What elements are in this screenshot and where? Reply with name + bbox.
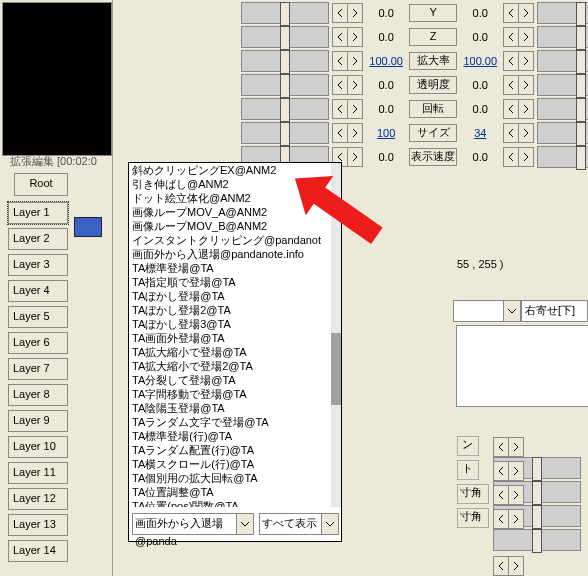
layer-button-7[interactable]: Layer 7 — [8, 358, 68, 380]
arrow-left-icon[interactable] — [503, 75, 519, 95]
slider-left[interactable] — [241, 26, 329, 48]
popup-item[interactable]: TA分裂して登場@TA — [129, 373, 331, 387]
arrow-left-icon[interactable] — [332, 123, 348, 143]
popup-item[interactable]: TA拡大縮小で登場2@TA — [129, 359, 331, 373]
btn-kaku-1[interactable]: 寸角 — [457, 484, 489, 504]
btn-kaku-2[interactable]: 寸角 — [457, 508, 489, 528]
popup-item[interactable]: TAぼかし登場@TA — [129, 289, 331, 303]
value-right[interactable]: 0.0 — [460, 151, 500, 164]
slider-left[interactable] — [241, 2, 329, 24]
popup-item[interactable]: TA拡大縮小で登場@TA — [129, 345, 331, 359]
value-right[interactable]: 0.0 — [460, 103, 500, 116]
slider-r-4[interactable] — [493, 509, 587, 551]
popup-item[interactable]: ドット絵立体化@ANM2 — [129, 191, 331, 205]
popup-item[interactable]: TA位置調整@TA — [129, 485, 331, 499]
arrow-right-icon[interactable] — [518, 147, 534, 167]
slider-left[interactable] — [241, 122, 329, 144]
slider-right[interactable] — [537, 98, 588, 120]
layer-button-2[interactable]: Layer 2 — [8, 228, 68, 250]
layer-button-8[interactable]: Layer 8 — [8, 384, 68, 406]
popup-item[interactable]: TA標準登場@TA — [129, 261, 331, 275]
btn-small-1[interactable]: ン — [457, 436, 479, 456]
popup-item[interactable]: TAぼかし登場3@TA — [129, 317, 331, 331]
slider-right[interactable] — [537, 2, 588, 24]
value-right[interactable]: 0.0 — [460, 7, 500, 20]
layer-button-1[interactable]: Layer 1 — [8, 202, 68, 224]
chevron-down-icon[interactable] — [503, 301, 520, 321]
value-right[interactable]: 0.0 — [460, 31, 500, 44]
param-label[interactable]: 透明度 — [409, 76, 457, 94]
slider-right[interactable] — [537, 50, 588, 72]
slider-right[interactable] — [537, 26, 588, 48]
layer-button-12[interactable]: Layer 12 — [8, 488, 68, 510]
effect-dropdown-popup[interactable]: 斜めクリッピングEX@ANM2引き伸ばし@ANM2ドット絵立体化@ANM2画像ル… — [128, 162, 342, 542]
slider-right[interactable] — [537, 122, 588, 144]
layer-button-5[interactable]: Layer 5 — [8, 306, 68, 328]
effect-combo-filter[interactable]: すべて表示 — [259, 513, 339, 535]
chevron-down-icon[interactable] — [321, 514, 338, 534]
param-label[interactable]: Y — [409, 4, 457, 22]
slider-right[interactable] — [537, 146, 588, 168]
value-left[interactable]: 100 — [366, 127, 406, 140]
popup-item[interactable]: 斜めクリッピングEX@ANM2 — [129, 163, 331, 177]
btn-small-2[interactable]: ト — [457, 460, 479, 480]
slider-left[interactable] — [241, 50, 329, 72]
value-left[interactable]: 0.0 — [366, 31, 406, 44]
popup-item[interactable]: TAランダム文字で登場@TA — [129, 415, 331, 429]
popup-item[interactable]: TA位置(pos)関数@TA — [129, 499, 331, 507]
align-combo[interactable]: 右寄せ[下] — [521, 300, 588, 322]
chevron-down-icon[interactable] — [236, 514, 253, 534]
text-area[interactable] — [456, 325, 588, 407]
layer-button-3[interactable]: Layer 3 — [8, 254, 68, 276]
popup-item[interactable]: TAランダム配置(行)@TA — [129, 443, 331, 457]
popup-scrollbar[interactable] — [331, 163, 341, 507]
popup-item[interactable]: 画面外から入退場@pandanote.info — [129, 247, 331, 261]
popup-item[interactable]: TA字間移動で登場@TA — [129, 387, 331, 401]
value-right[interactable]: 34 — [460, 127, 500, 140]
popup-item[interactable]: TA画面外登場@TA — [129, 331, 331, 345]
arrow-right-icon[interactable] — [518, 3, 534, 23]
arrow-right-icon[interactable] — [347, 75, 363, 95]
param-label[interactable]: Z — [409, 28, 457, 46]
param-label[interactable]: 表示速度 — [409, 148, 457, 166]
layer-button-6[interactable]: Layer 6 — [8, 332, 68, 354]
arrow-left-icon[interactable] — [332, 99, 348, 119]
layer-button-11[interactable]: Layer 11 — [8, 462, 68, 484]
arrow-right-icon[interactable] — [347, 99, 363, 119]
root-button[interactable]: Root — [14, 173, 68, 196]
arrow-right-icon[interactable] — [347, 147, 363, 167]
popup-item[interactable]: 画像ループMOV_A@ANM2 — [129, 205, 331, 219]
value-left[interactable]: 0.0 — [366, 79, 406, 92]
slider-left[interactable] — [241, 98, 329, 120]
arrow-left-icon[interactable] — [332, 27, 348, 47]
arrow-right-icon[interactable] — [518, 27, 534, 47]
popup-item[interactable]: TA個別用の拡大回転@TA — [129, 471, 331, 485]
popup-item[interactable]: TA横スクロール(行)@TA — [129, 457, 331, 471]
param-label[interactable]: 回転 — [409, 100, 457, 118]
popup-item[interactable]: 画像ループMOV_B@ANM2 — [129, 219, 331, 233]
arrow-right-icon[interactable] — [518, 123, 534, 143]
combo-unknown[interactable] — [453, 300, 521, 322]
layer-button-9[interactable]: Layer 9 — [8, 410, 68, 432]
arrow-right-icon[interactable] — [347, 123, 363, 143]
popup-item[interactable]: TA指定順で登場@TA — [129, 275, 331, 289]
arrow-left-icon[interactable] — [503, 27, 519, 47]
slider-right[interactable] — [537, 74, 588, 96]
layer-button-14[interactable]: Layer 14 — [8, 540, 68, 562]
arrow-left-icon[interactable] — [503, 99, 519, 119]
value-left[interactable]: 0.0 — [366, 7, 406, 20]
value-left[interactable]: 0.0 — [366, 103, 406, 116]
popup-item[interactable]: インスタントクリッピング@pandanot — [129, 233, 331, 247]
value-right[interactable]: 0.0 — [460, 79, 500, 92]
layer-button-4[interactable]: Layer 4 — [8, 280, 68, 302]
slider-left[interactable] — [241, 74, 329, 96]
param-label[interactable]: サイズ — [409, 124, 457, 142]
arrow-left-icon[interactable] — [503, 123, 519, 143]
arrow-left-icon[interactable] — [493, 437, 509, 457]
arrow-left-icon[interactable] — [332, 75, 348, 95]
layer-button-13[interactable]: Layer 13 — [8, 514, 68, 536]
slider-r-5[interactable] — [493, 556, 587, 576]
arrow-right-icon[interactable] — [518, 75, 534, 95]
arrow-right-icon[interactable] — [347, 51, 363, 71]
arrow-left-icon[interactable] — [332, 51, 348, 71]
